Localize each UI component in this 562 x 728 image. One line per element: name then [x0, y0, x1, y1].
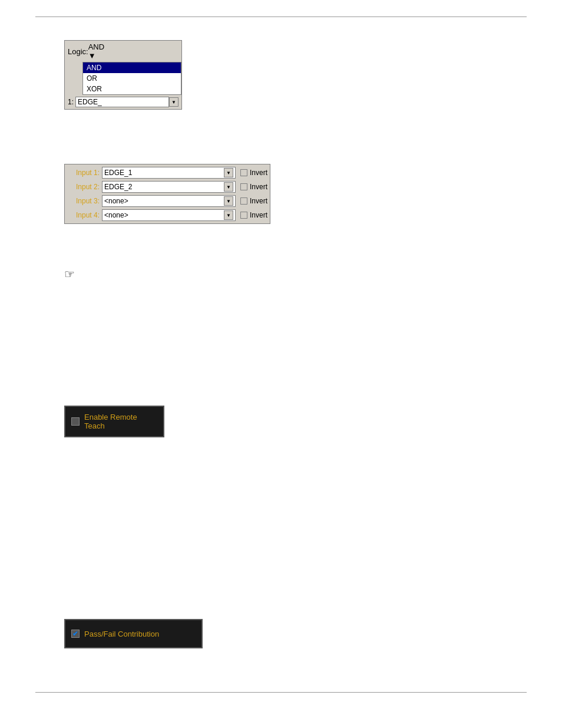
input-1-label: Input 1:: [67, 169, 100, 177]
edge-field: EDGE_: [75, 97, 169, 107]
input-1-invert-label: Invert: [250, 169, 267, 177]
pass-fail-contribution-button[interactable]: ✔ Pass/Fail Contribution: [64, 619, 203, 648]
top-rule: [35, 17, 527, 17]
remote-teach-checkbox[interactable]: [71, 417, 80, 426]
input-1-value: EDGE_1: [104, 169, 224, 177]
logic-select-field[interactable]: AND ▼: [88, 42, 104, 60]
input-2-arrow[interactable]: ▼: [224, 182, 233, 192]
input-row-2: Input 2: EDGE_2 ▼ Invert: [67, 181, 267, 193]
input-1-invert: Invert: [240, 169, 267, 177]
input-3-label: Input 3:: [67, 197, 100, 205]
logic-dropdown-arrow[interactable]: ▼: [88, 51, 104, 60]
remote-teach-label: Enable Remote Teach: [84, 413, 157, 430]
input-4-invert-checkbox[interactable]: [240, 212, 247, 219]
input-4-value: <none>: [104, 211, 224, 219]
page-container: Logic: AND ▼ AND OR XOR 1: EDGE_ ▼ Input…: [0, 0, 562, 728]
input-panel: Input 1: EDGE_1 ▼ Invert Input 2: EDGE_2…: [64, 164, 270, 224]
input-2-invert-label: Invert: [250, 183, 267, 191]
logic-option-and[interactable]: AND: [83, 62, 181, 73]
input-3-invert: Invert: [240, 197, 267, 205]
input-4-arrow[interactable]: ▼: [224, 210, 233, 220]
input-1-arrow[interactable]: ▼: [224, 168, 233, 177]
edge-value: EDGE_: [78, 98, 102, 106]
pass-fail-checkbox[interactable]: ✔: [71, 630, 80, 638]
input-2-select[interactable]: EDGE_2 ▼: [102, 181, 236, 193]
input-2-label: Input 2:: [67, 183, 100, 191]
input-3-arrow[interactable]: ▼: [224, 196, 233, 206]
input-3-value: <none>: [104, 197, 224, 205]
input-row-3: Input 3: <none> ▼ Invert: [67, 195, 267, 207]
input-4-invert: Invert: [240, 211, 267, 219]
input-2-value: EDGE_2: [104, 183, 224, 191]
input-1-invert-checkbox[interactable]: [240, 169, 247, 176]
logic-bottom-row: 1: EDGE_ ▼: [65, 95, 181, 109]
input-3-select[interactable]: <none> ▼: [102, 195, 236, 207]
input-2-invert: Invert: [240, 183, 267, 191]
input-3-invert-label: Invert: [250, 197, 267, 205]
enable-remote-teach-button[interactable]: Enable Remote Teach: [64, 406, 164, 437]
edge-dropdown-arrow[interactable]: ▼: [169, 97, 178, 107]
input-4-invert-label: Invert: [250, 211, 267, 219]
input-4-label: Input 4:: [67, 211, 100, 219]
logic-dropdown-widget: Logic: AND ▼ AND OR XOR 1: EDGE_ ▼: [64, 40, 182, 110]
logic-top-row: Logic: AND ▼: [65, 41, 181, 62]
logic-option-or[interactable]: OR: [83, 73, 181, 84]
input-row-1: Input 1: EDGE_1 ▼ Invert: [67, 167, 267, 179]
pointing-finger-icon: ☞: [64, 267, 75, 281]
logic-label: Logic:: [68, 47, 88, 56]
logic-selected-value: AND: [88, 42, 104, 51]
input-2-invert-checkbox[interactable]: [240, 183, 247, 190]
input-row-4: Input 4: <none> ▼ Invert: [67, 209, 267, 221]
edge-number-label: 1:: [68, 98, 74, 106]
input-3-invert-checkbox[interactable]: [240, 197, 247, 205]
bottom-rule: [35, 692, 527, 693]
pass-fail-label: Pass/Fail Contribution: [84, 630, 159, 638]
logic-option-xor[interactable]: XOR: [83, 84, 181, 94]
input-1-select[interactable]: EDGE_1 ▼: [102, 167, 236, 179]
logic-options-list: AND OR XOR: [82, 62, 181, 95]
input-4-select[interactable]: <none> ▼: [102, 209, 236, 221]
